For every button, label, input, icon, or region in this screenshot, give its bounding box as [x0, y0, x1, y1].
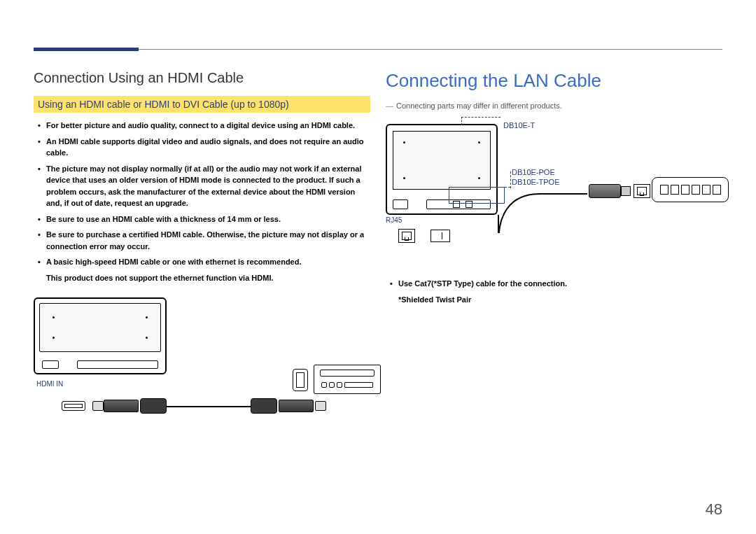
media-player-icon: [314, 365, 381, 394]
hdmi-subheading-highlight: Using an HDMI cable or HDMI to DVI Cable…: [34, 96, 370, 113]
right-column: Connecting the LAN Cable Connecting part…: [386, 70, 722, 437]
hdmi-bullet: Be sure to use an HDMI cable with a thic…: [46, 213, 370, 225]
left-column: Connection Using an HDMI Cable Using an …: [34, 70, 370, 437]
hdmi-bullet: For better picture and audio quality, co…: [46, 120, 370, 132]
top-accent-bar: [34, 48, 139, 51]
model-label-poe: DB10E-POE DB10E-TPOE: [512, 167, 559, 188]
lan-footnote: Connecting parts may differ in different…: [386, 101, 722, 110]
model-label-db10e-tpoe: DB10E-TPOE: [512, 178, 559, 186]
hdmi-in-label: HDMI IN: [36, 380, 63, 388]
lan-cable-curve-icon: [498, 192, 680, 234]
rj45-label: RJ45: [386, 216, 402, 224]
hdmi-subline: This product does not support the ethern…: [34, 272, 370, 284]
hdmi-cable-plug-left-icon: [104, 394, 167, 418]
hdmi-bullet-list: For better picture and audio quality, co…: [34, 120, 370, 268]
hdmi-bullet: A basic high-speed HDMI cable or one wit…: [46, 256, 370, 268]
hdmi-diagram: HDMI IN: [34, 297, 370, 437]
hdmi-bullet: An HDMI cable supports digital video and…: [46, 136, 370, 159]
rj45-port-icon: [398, 229, 415, 243]
hdmi-bullet: Be sure to purchase a certified HDMI cab…: [46, 229, 370, 252]
hdmi-port-icon: [62, 401, 85, 411]
display-device-icon: [34, 297, 167, 374]
hdmi-port-external-icon: [293, 369, 308, 391]
page-number: 48: [706, 500, 722, 519]
model-label-db10e-t: DB10E-T: [503, 121, 535, 129]
hdmi-cable-plug-right-icon: [251, 394, 321, 418]
lan-port-callout-box: [449, 187, 505, 204]
lan-bullet-list: Use Cat7(*STP Type) cable for the connec…: [386, 278, 722, 290]
lan-heading: Connecting the LAN Cable: [386, 70, 722, 92]
lan-bullet: Use Cat7(*STP Type) cable for the connec…: [398, 278, 722, 290]
model-label-db10e-poe: DB10E-POE: [512, 168, 555, 176]
lan-subline: *Shielded Twist Pair: [386, 294, 722, 306]
rj45-plug-icon: [430, 230, 450, 242]
hdmi-heading: Connection Using an HDMI Cable: [34, 70, 370, 86]
lan-diagram: DB10E-T DB10E-POE DB10E-TPOE RJ45: [386, 117, 722, 278]
hdmi-bullet: The picture may not display normally (if…: [46, 163, 370, 209]
